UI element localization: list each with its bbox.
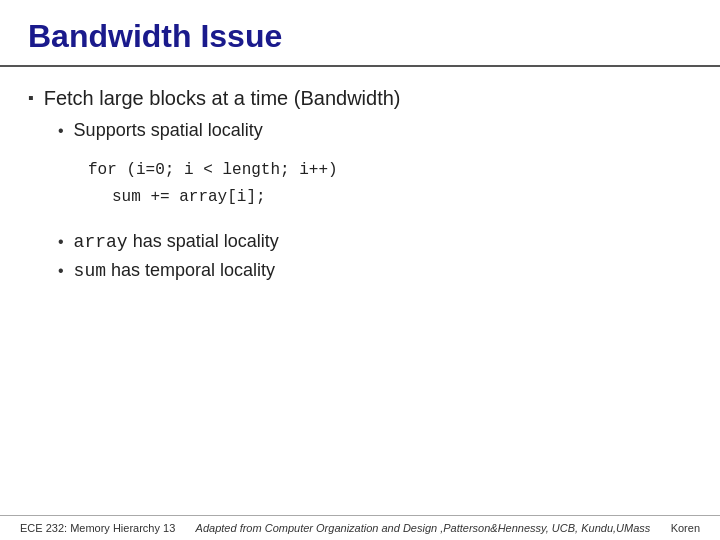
slide: Bandwidth Issue ▪ Fetch large blocks at … xyxy=(0,0,720,540)
slide-header: Bandwidth Issue xyxy=(0,0,720,67)
slide-title: Bandwidth Issue xyxy=(28,18,282,54)
main-bullet-icon: ▪ xyxy=(28,89,34,107)
slide-content: ▪ Fetch large blocks at a time (Bandwidt… xyxy=(0,67,720,515)
main-bullet-1: ▪ Fetch large blocks at a time (Bandwidt… xyxy=(28,87,692,110)
code-block: for (i=0; i < length; i++) sum += array[… xyxy=(88,157,692,211)
locality-text-2: sum has temporal locality xyxy=(74,260,275,281)
locality-text-1: array has spatial locality xyxy=(74,231,279,252)
code-line-2: sum += array[i]; xyxy=(112,184,692,211)
locality-item-1: • array has spatial locality xyxy=(58,231,692,252)
main-bullet-text: Fetch large blocks at a time (Bandwidth) xyxy=(44,87,401,110)
locality-code-2: sum xyxy=(74,261,106,281)
locality-bullets: • array has spatial locality • sum has t… xyxy=(58,231,692,281)
locality-bullet-icon-1: • xyxy=(58,233,64,251)
locality-desc-2: has temporal locality xyxy=(106,260,275,280)
locality-code-1: array xyxy=(74,232,128,252)
locality-item-2: • sum has temporal locality xyxy=(58,260,692,281)
footer-left: ECE 232: Memory Hierarchy 13 xyxy=(20,522,175,534)
sub-bullet-text-1: Supports spatial locality xyxy=(74,120,263,141)
footer-right: Koren xyxy=(671,522,700,534)
locality-desc-1: has spatial locality xyxy=(128,231,279,251)
sub-bullet-1: • Supports spatial locality xyxy=(58,120,692,141)
footer-center: Adapted from Computer Organization and D… xyxy=(196,522,651,534)
code-line-1: for (i=0; i < length; i++) xyxy=(88,157,692,184)
locality-bullet-icon-2: • xyxy=(58,262,64,280)
sub-bullet-icon-1: • xyxy=(58,122,64,140)
slide-footer: ECE 232: Memory Hierarchy 13 Adapted fro… xyxy=(0,515,720,540)
